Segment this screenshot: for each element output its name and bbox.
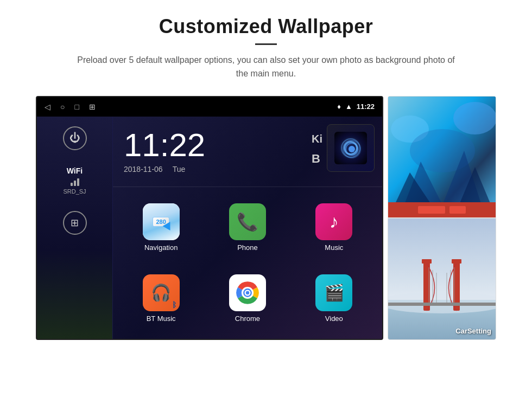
nav-map-bg: 280 [143, 203, 180, 240]
page-title: Customized Wallpaper [159, 15, 373, 38]
screenshot-icon[interactable]: ⊞ [89, 102, 96, 111]
music-widget-inner [334, 132, 367, 164]
clock-date-left: 2018-11-06 [124, 165, 163, 174]
wifi-bar-3 [77, 178, 79, 186]
power-icon: ⏻ [69, 132, 80, 144]
app-item-phone[interactable]: 📞 Phone [207, 195, 288, 260]
svg-point-10 [453, 102, 496, 134]
bt-icon-inner: 🎧 ᛒ [143, 274, 180, 311]
wifi-ssid: SRD_SJ [63, 188, 86, 195]
left-sidebar: ⏻ WiFi SRD_SJ ⊞ [37, 117, 113, 339]
power-button[interactable]: ⏻ [63, 126, 87, 150]
wp-toolbar-btn2 [449, 206, 466, 214]
phone-glyph: 📞 [237, 211, 258, 232]
svg-point-1 [346, 143, 358, 155]
bt-badge-glyph: ᛒ [172, 300, 176, 309]
clock-time: 11:22 [124, 129, 205, 162]
page-subtitle: Preload over 5 default wallpaper options… [71, 54, 461, 81]
title-divider [255, 43, 277, 45]
svg-rect-20 [422, 259, 432, 264]
main-content: ⏻ WiFi SRD_SJ ⊞ [37, 117, 382, 339]
page-container: Customized Wallpaper Preload over 5 defa… [0, 0, 532, 411]
music-icon: ♪ [315, 203, 352, 240]
wp-toolbar-btn [418, 206, 445, 214]
wallpaper-thumb-bridge[interactable]: CarSetting [388, 218, 496, 340]
wifi-bar-2 [74, 181, 76, 186]
music-label: Music [325, 243, 343, 252]
wp-toolbar [388, 202, 496, 217]
chrome-svg [233, 278, 262, 307]
back-icon[interactable]: ◁ [45, 102, 50, 111]
status-right-icons: ♦ ▲ 11:22 [337, 102, 375, 111]
b-icon: B [312, 152, 322, 166]
clock-date-right: Tue [173, 165, 186, 174]
wifi-section: WiFi SRD_SJ [63, 166, 86, 195]
clock-area: 11:22 2018-11-06 Tue [113, 117, 382, 187]
center-panel: 11:22 2018-11-06 Tue [113, 117, 382, 339]
wifi-status-icon: ▲ [345, 102, 352, 111]
bridge-svg [388, 219, 496, 340]
ice-cave-svg [388, 97, 496, 218]
ki-icon: Ki [312, 133, 322, 145]
app-item-chrome[interactable]: Chrome [207, 266, 288, 331]
bt-icon: 🎧 ᛒ [143, 274, 180, 311]
music-glyph: ♪ [330, 211, 339, 232]
headphone-glyph: 🎧 [151, 283, 171, 302]
home-icon[interactable]: ○ [60, 102, 65, 111]
clock-block: 11:22 2018-11-06 Tue [124, 129, 205, 174]
svg-rect-21 [452, 259, 461, 264]
clock-letters: Ki B [312, 133, 322, 166]
wallpaper-thumb-ice[interactable] [388, 96, 496, 218]
video-glyph: 🎬 [324, 283, 344, 302]
app-grid: 280 Navigation 📞 [113, 187, 382, 339]
app-item-btmusic[interactable]: 🎧 ᛒ BT Music [121, 266, 201, 331]
btmusic-label: BT Music [147, 314, 176, 323]
grid-icon: ⊞ [71, 217, 79, 229]
svg-point-7 [246, 291, 249, 294]
svg-rect-22 [388, 303, 496, 306]
recents-icon[interactable]: □ [74, 102, 79, 111]
video-label: Video [325, 314, 343, 323]
wifi-bar-1 [71, 183, 73, 186]
wallpaper-thumbnails: CarSetting [388, 96, 496, 340]
wifi-label: WiFi [67, 166, 83, 175]
android-screen: ◁ ○ □ ⊞ ♦ ▲ 11:22 ⏻ [36, 96, 383, 340]
navigation-icon: 280 [143, 203, 180, 240]
svg-point-2 [343, 140, 360, 158]
app-item-music[interactable]: ♪ Music [294, 195, 375, 260]
navigation-label: Navigation [144, 243, 178, 252]
grid-button[interactable]: ⊞ [63, 211, 87, 235]
wifi-bars [71, 177, 79, 186]
phone-icon: 📞 [229, 203, 266, 240]
status-time: 11:22 [357, 102, 375, 111]
phone-label: Phone [237, 243, 258, 252]
signal-rings [341, 138, 360, 158]
location-icon: ♦ [337, 102, 341, 111]
status-bar: ◁ ○ □ ⊞ ♦ ▲ 11:22 [37, 97, 382, 117]
chrome-icon [229, 274, 266, 311]
svg-point-0 [349, 146, 355, 152]
app-item-video[interactable]: 🎬 Video [294, 266, 375, 331]
music-widget[interactable] [327, 124, 375, 172]
video-icon: 🎬 [315, 274, 352, 311]
clock-date: 2018-11-06 Tue [124, 165, 205, 174]
chrome-label: Chrome [235, 314, 260, 323]
app-item-navigation[interactable]: 280 Navigation [121, 195, 201, 260]
screen-area: ◁ ○ □ ⊞ ♦ ▲ 11:22 ⏻ [36, 96, 496, 340]
carsetting-label: CarSetting [455, 327, 491, 335]
wp-ice-bg [388, 97, 496, 217]
nav-icons: ◁ ○ □ ⊞ [45, 102, 96, 111]
map-icon-inner: 280 [153, 217, 169, 227]
